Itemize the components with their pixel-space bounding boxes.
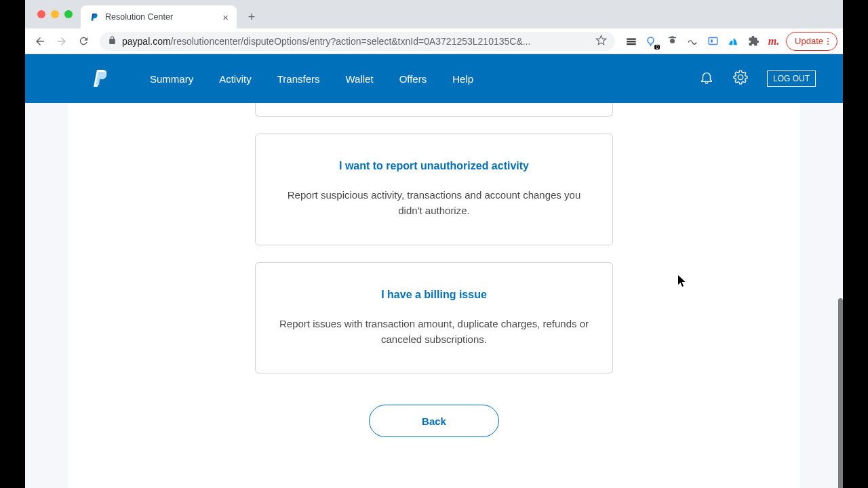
- maximize-window-button[interactable]: [64, 10, 73, 18]
- nav-offers[interactable]: Offers: [399, 73, 427, 85]
- browser-toolbar: paypal.com/resolutioncenter/disputeOptio…: [25, 28, 843, 54]
- tab-title: Resolution Center: [105, 12, 173, 22]
- extension-icon-2[interactable]: 0: [645, 35, 658, 48]
- bell-icon[interactable]: [699, 70, 714, 87]
- minimize-window-button[interactable]: [51, 10, 59, 18]
- extension-icons: 0 m.: [622, 35, 783, 48]
- update-button[interactable]: Update: [786, 32, 837, 51]
- extensions-puzzle-icon[interactable]: [747, 35, 760, 48]
- extension-icon-1[interactable]: [625, 35, 638, 48]
- bookmark-star-icon[interactable]: [595, 35, 607, 48]
- content-area: I want to report unauthorized activity R…: [68, 103, 800, 488]
- forward-button[interactable]: [52, 32, 71, 51]
- scrollbar-thumb[interactable]: [838, 298, 843, 488]
- option-unauthorized-activity[interactable]: I want to report unauthorized activity R…: [255, 134, 613, 245]
- svg-rect-1: [711, 39, 713, 42]
- option-desc: Report issues with transaction amount, d…: [276, 316, 592, 348]
- extension-icon-5[interactable]: [706, 35, 719, 48]
- new-tab-button[interactable]: +: [242, 7, 261, 26]
- gear-icon[interactable]: [733, 70, 748, 87]
- address-bar[interactable]: paypal.com/resolutioncenter/disputeOptio…: [100, 32, 615, 51]
- nav-wallet[interactable]: Wallet: [346, 73, 374, 85]
- url-text: paypal.com/resolutioncenter/disputeOptio…: [122, 36, 530, 47]
- option-card-partial[interactable]: [255, 103, 613, 117]
- paypal-logo[interactable]: [93, 69, 109, 88]
- extension-icon-m[interactable]: m.: [767, 35, 781, 48]
- close-tab-button[interactable]: ×: [222, 12, 229, 23]
- reload-button[interactable]: [74, 32, 93, 51]
- extension-icon-3[interactable]: [665, 35, 679, 48]
- nav-help[interactable]: Help: [452, 73, 473, 85]
- extension-icon-4[interactable]: [686, 35, 699, 48]
- option-billing-issue[interactable]: I have a billing issue Report issues wit…: [255, 262, 613, 374]
- window-controls: [32, 0, 81, 28]
- close-window-button[interactable]: [37, 10, 45, 18]
- main-nav: Summary Activity Transfers Wallet Offers…: [25, 54, 843, 103]
- page-content: Summary Activity Transfers Wallet Offers…: [25, 54, 843, 488]
- option-desc: Report suspicious activity, transactions…: [276, 187, 592, 219]
- option-title: I have a billing issue: [276, 289, 592, 301]
- lock-icon: [108, 36, 117, 47]
- logout-button[interactable]: LOG OUT: [767, 70, 816, 87]
- paypal-favicon: [89, 12, 100, 22]
- nav-transfers[interactable]: Transfers: [277, 73, 320, 85]
- back-button[interactable]: [31, 32, 50, 51]
- browser-tab[interactable]: Resolution Center ×: [81, 5, 237, 28]
- nav-summary[interactable]: Summary: [150, 73, 193, 85]
- browser-tab-bar: Resolution Center × +: [25, 0, 843, 28]
- back-button[interactable]: Back: [369, 405, 499, 437]
- option-title: I want to report unauthorized activity: [276, 160, 592, 172]
- extension-icon-6[interactable]: [726, 35, 740, 48]
- svg-rect-0: [709, 38, 717, 45]
- nav-activity[interactable]: Activity: [219, 73, 252, 85]
